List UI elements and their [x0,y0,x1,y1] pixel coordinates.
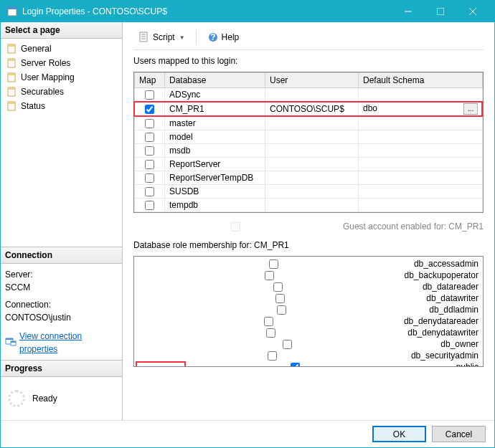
role-checkbox[interactable] [273,282,283,292]
map-checkbox[interactable] [145,173,154,183]
map-checkbox[interactable] [145,133,154,142]
role-item[interactable]: db_accessadmin [136,258,481,270]
server-label: Server: [5,268,118,281]
map-checkbox[interactable] [145,119,154,128]
page-icon [6,86,18,97]
titlebar: Login Properties - CONTOSO\SCUP$ [1,1,494,22]
svg-rect-1 [8,7,16,9]
role-item[interactable]: db_denydatawriter [136,327,481,338]
dropdown-arrow-icon: ▼ [179,34,185,41]
col-user[interactable]: User [265,73,359,88]
connection-value: CONTOSO\justin [5,311,118,324]
select-page-header: Select a page [1,22,122,39]
role-item[interactable]: db_datawriter [136,292,481,304]
svg-rect-15 [8,102,15,104]
role-item[interactable]: db_backupoperator [136,270,481,281]
server-value: SCCM [5,281,118,294]
map-checkbox[interactable] [145,105,154,114]
page-status[interactable]: Status [4,99,119,113]
minimize-button[interactable] [392,1,424,22]
ok-button[interactable]: OK [372,426,426,442]
map-checkbox[interactable] [145,160,154,169]
right-panel: Script ▼ ? Help Users mapped to this log… [123,22,494,420]
role-checkbox[interactable] [275,294,285,303]
page-icon [6,100,18,112]
role-checkbox[interactable] [269,259,278,269]
svg-rect-9 [8,59,15,61]
svg-rect-13 [8,87,15,90]
maximize-button[interactable] [424,1,456,22]
role-membership-label: Database role membership for: CM_PR1 [133,240,484,250]
map-checkbox[interactable] [145,90,154,100]
connection-label: Connection: [5,298,118,311]
script-icon [138,32,150,43]
svg-rect-19 [11,341,16,343]
table-row[interactable]: tempdb [135,199,483,212]
table-row[interactable]: SUSDB [135,185,483,199]
users-mapped-label: Users mapped to this login: [133,56,484,66]
svg-rect-7 [8,44,15,47]
page-securables[interactable]: Securables [4,85,119,99]
connection-header: Connection [1,247,122,264]
role-item[interactable]: db_securityadmin [136,350,481,361]
role-checkbox[interactable] [291,363,300,368]
progress-status: Ready [32,394,57,404]
page-list: GeneralServer RolesUser MappingSecurable… [4,42,119,113]
close-button[interactable] [456,1,489,22]
help-button[interactable]: ? Help [202,29,245,45]
map-checkbox[interactable] [145,187,154,196]
map-checkbox[interactable] [145,201,154,210]
role-item[interactable]: db_ddladmin [136,304,481,315]
cancel-button[interactable]: Cancel [432,426,486,442]
script-button[interactable]: Script ▼ [133,29,190,45]
col-database[interactable]: Database [165,73,265,88]
user-mapping-grid[interactable]: Map Database User Default Schema ADSyncC… [133,72,484,213]
view-connection-properties-link[interactable]: View connection properties [5,330,118,356]
page-icon [6,57,18,69]
table-row[interactable]: ADSync [135,88,483,102]
left-panel: Select a page GeneralServer RolesUser Ma… [1,22,123,420]
table-row[interactable]: ReportServerTempDB [135,171,483,185]
role-membership-list[interactable]: db_accessadmindb_backupoperatordb_datare… [133,256,484,367]
role-checkbox[interactable] [266,328,275,338]
guest-account-row: Guest account enabled for: CM_PR1 [133,219,484,234]
page-icon [6,43,18,54]
window-title: Login Properties - CONTOSO\SCUP$ [22,6,392,16]
svg-rect-17 [6,338,13,340]
table-row[interactable]: master [135,117,483,130]
role-item[interactable]: db_datareader [136,281,481,292]
footer: OK Cancel [1,420,494,447]
page-general[interactable]: General [4,42,119,56]
help-icon: ? [207,32,219,43]
guest-checkbox [231,222,240,232]
table-row[interactable]: msdb [135,144,483,158]
role-item[interactable]: db_denydatareader [136,315,481,327]
app-icon [6,6,18,17]
toolbar: Script ▼ ? Help [133,29,484,50]
role-checkbox[interactable] [268,351,277,361]
role-item[interactable]: public [136,361,481,367]
table-row[interactable]: ReportServer [135,158,483,171]
svg-rect-3 [437,8,444,15]
role-checkbox[interactable] [264,317,273,326]
role-item[interactable]: db_owner [136,338,481,350]
svg-text:?: ? [210,32,215,42]
svg-rect-11 [8,73,15,75]
table-row[interactable]: model [135,130,483,144]
properties-icon [5,336,16,350]
col-schema[interactable]: Default Schema [359,73,483,88]
role-checkbox[interactable] [265,271,274,280]
table-row[interactable]: CM_PR1CONTOSO\SCUP$dbo... [135,102,483,117]
page-user-mapping[interactable]: User Mapping [4,70,119,85]
role-checkbox[interactable] [283,340,292,349]
role-checkbox[interactable] [277,305,286,315]
col-map[interactable]: Map [135,73,165,88]
page-server-roles[interactable]: Server Roles [4,56,119,70]
map-checkbox[interactable] [145,146,154,156]
progress-spinner-icon [8,390,25,407]
ellipsis-button[interactable]: ... [463,103,478,115]
page-icon [6,72,18,83]
progress-header: Progress [1,361,122,377]
